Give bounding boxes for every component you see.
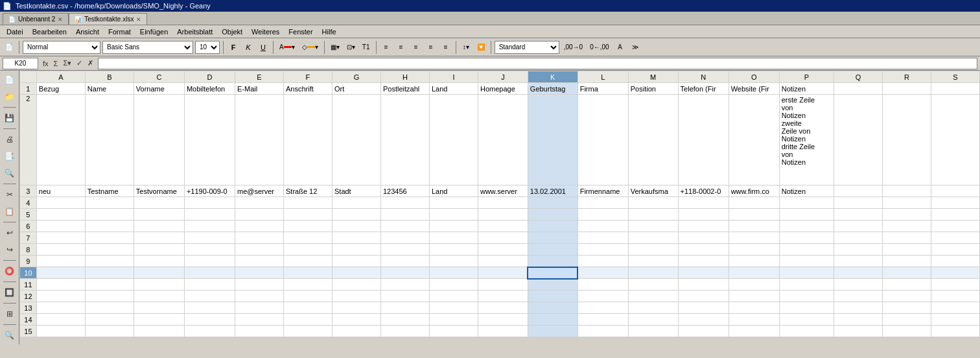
row-header-4[interactable]: 4 — [20, 197, 37, 209]
cell-M10[interactable] — [628, 267, 678, 279]
fx-button[interactable]: fx — [41, 60, 51, 67]
cell-S14[interactable] — [931, 314, 979, 326]
cell-G8[interactable] — [332, 244, 380, 256]
cell-B8[interactable] — [85, 244, 134, 256]
cell-B2[interactable] — [85, 95, 134, 185]
italic-button[interactable]: K — [242, 40, 255, 54]
cancel-button[interactable]: ✗ — [86, 59, 95, 67]
cell-R5[interactable] — [882, 209, 931, 221]
cell-D6[interactable] — [184, 221, 235, 232]
cell-P13[interactable] — [779, 302, 834, 314]
sidebar-undo-icon[interactable]: ↩ — [2, 225, 18, 241]
cell-Q7[interactable] — [834, 232, 882, 244]
cell-M5[interactable] — [628, 209, 678, 221]
cell-J6[interactable] — [478, 221, 528, 232]
cell-G1[interactable]: Ort — [332, 83, 380, 95]
cell-Q11[interactable] — [834, 279, 882, 291]
sidebar-rect-icon[interactable]: 🔲 — [2, 285, 18, 300]
col-header-R[interactable]: R — [882, 71, 931, 83]
cell-J1[interactable]: Homepage — [478, 83, 528, 95]
row-header-5[interactable]: 5 — [20, 209, 37, 221]
border-button[interactable]: ▦▾ — [328, 40, 342, 54]
cell-J11[interactable] — [478, 279, 528, 291]
sum-button[interactable]: Σ — [52, 60, 60, 67]
cell-style-dropdown[interactable]: Standard — [495, 41, 559, 54]
cell-K13[interactable] — [528, 302, 578, 314]
menu-datei[interactable]: Datei — [3, 27, 27, 36]
col-header-S[interactable]: S — [931, 71, 979, 83]
cell-E6[interactable] — [235, 221, 283, 232]
cell-F1[interactable]: Anschrift — [283, 83, 332, 95]
cell-N3[interactable]: +118-0002-0 — [678, 185, 729, 197]
cell-F6[interactable] — [283, 221, 332, 232]
cell-H6[interactable] — [380, 221, 429, 232]
cell-R6[interactable] — [882, 221, 931, 232]
col-header-M[interactable]: M — [628, 71, 678, 83]
cell-R11[interactable] — [882, 279, 931, 291]
cell-L10[interactable] — [578, 267, 628, 279]
cell-H2[interactable] — [380, 95, 429, 185]
cell-A14[interactable] — [36, 314, 85, 326]
cell-O15[interactable] — [729, 326, 779, 337]
menu-weiteres[interactable]: Weiteres — [248, 27, 283, 36]
sidebar-open-icon[interactable]: 📁 — [2, 89, 18, 104]
cell-J8[interactable] — [478, 244, 528, 256]
cell-D12[interactable] — [184, 291, 235, 302]
align-right-button[interactable]: ≡ — [410, 40, 423, 54]
cell-B3[interactable]: Testname — [85, 185, 134, 197]
cell-E1[interactable]: E-Mail — [235, 83, 283, 95]
cell-M14[interactable] — [628, 314, 678, 326]
cell-Q5[interactable] — [834, 209, 882, 221]
cell-D14[interactable] — [184, 314, 235, 326]
cell-L4[interactable] — [578, 197, 628, 209]
cell-I8[interactable] — [429, 244, 478, 256]
cell-J10[interactable] — [478, 267, 528, 279]
cell-M13[interactable] — [628, 302, 678, 314]
menu-einfuegen[interactable]: Einfügen — [136, 27, 172, 36]
cell-I10[interactable] — [429, 267, 478, 279]
col-header-O[interactable]: O — [729, 71, 779, 83]
sort-button[interactable]: ↕▾ — [460, 40, 472, 54]
cell-C5[interactable] — [134, 209, 184, 221]
cell-M2[interactable] — [628, 95, 678, 185]
cell-H10[interactable] — [380, 267, 429, 279]
cell-M11[interactable] — [628, 279, 678, 291]
cell-K6[interactable] — [528, 221, 578, 232]
row-header-14[interactable]: 14 — [20, 314, 37, 326]
cell-J3[interactable]: www.server — [478, 185, 528, 197]
row-header-6[interactable]: 6 — [20, 221, 37, 232]
cell-E15[interactable] — [235, 326, 283, 337]
bg-color-button[interactable]: ◇▾ — [299, 40, 321, 54]
cell-R3[interactable] — [882, 185, 931, 197]
cell-S5[interactable] — [931, 209, 979, 221]
cell-I12[interactable] — [429, 291, 478, 302]
cell-N6[interactable] — [678, 221, 729, 232]
cell-K3[interactable]: 13.02.2001 — [528, 185, 578, 197]
col-header-F[interactable]: F — [283, 71, 332, 83]
doc-tab-close-1[interactable]: ✕ — [58, 16, 63, 23]
cell-O11[interactable] — [729, 279, 779, 291]
cell-F13[interactable] — [283, 302, 332, 314]
cell-N14[interactable] — [678, 314, 729, 326]
cell-I6[interactable] — [429, 221, 478, 232]
menu-format[interactable]: Format — [104, 27, 135, 36]
cell-J13[interactable] — [478, 302, 528, 314]
cell-E3[interactable]: me@server — [235, 185, 283, 197]
cell-K4[interactable] — [528, 197, 578, 209]
cell-N15[interactable] — [678, 326, 729, 337]
cell-O10[interactable] — [729, 267, 779, 279]
cell-L5[interactable] — [578, 209, 628, 221]
cell-L13[interactable] — [578, 302, 628, 314]
cell-S4[interactable] — [931, 197, 979, 209]
cell-S10[interactable] — [931, 267, 979, 279]
cell-O12[interactable] — [729, 291, 779, 302]
cell-G4[interactable] — [332, 197, 380, 209]
cell-D9[interactable] — [184, 256, 235, 267]
cell-N11[interactable] — [678, 279, 729, 291]
cell-O4[interactable] — [729, 197, 779, 209]
cell-G3[interactable]: Stadt — [332, 185, 380, 197]
cell-M3[interactable]: Verkaufsma — [628, 185, 678, 197]
cell-P2[interactable]: erste ZeilevonNotizenzweiteZeile vonNoti… — [779, 95, 834, 185]
cell-I14[interactable] — [429, 314, 478, 326]
cell-J15[interactable] — [478, 326, 528, 337]
